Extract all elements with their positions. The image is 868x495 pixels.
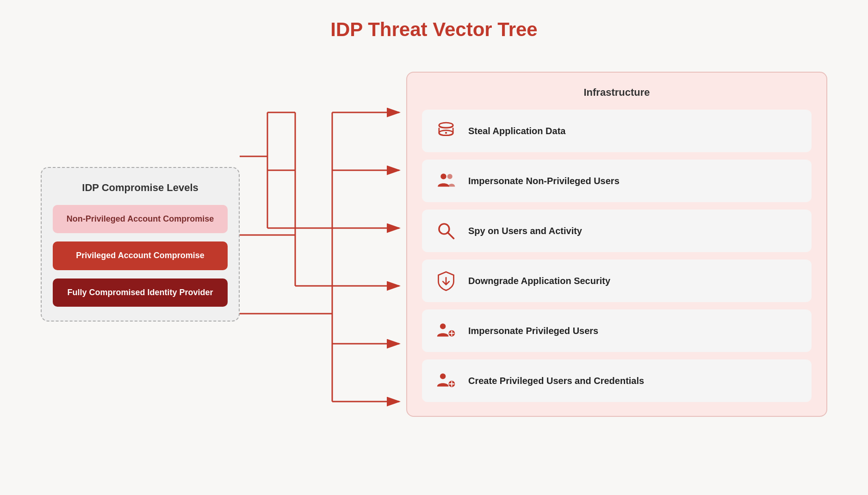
threat-item-spy: Spy on Users and Activity [422, 210, 812, 252]
compromise-item-level1: Non-Privileged Account Compromise [53, 205, 228, 233]
svg-point-22 [447, 174, 453, 179]
threat-label-steal-data: Steal Application Data [468, 125, 565, 137]
svg-point-21 [440, 173, 446, 179]
database-icon [433, 118, 459, 144]
left-panel-title: IDP Compromise Levels [53, 182, 228, 194]
threat-item-downgrade: Downgrade Application Security [422, 260, 812, 302]
connector-lines [240, 64, 406, 425]
page-title: IDP Threat Vector Tree [330, 19, 537, 41]
search-icon [433, 218, 459, 244]
threat-item-steal-data: Steal Application Data [422, 110, 812, 152]
svg-point-26 [440, 323, 446, 329]
threat-label-impersonate-non-priv: Impersonate Non-Privileged Users [468, 175, 620, 187]
threat-items: Steal Application Data Impersonate Non-P… [422, 110, 812, 402]
svg-point-30 [440, 373, 446, 379]
users-icon [433, 168, 459, 194]
right-panel: Infrastructure Steal Application Data [406, 72, 827, 417]
svg-line-24 [447, 232, 453, 238]
shield-down-icon [433, 268, 459, 294]
svg-point-20 [445, 132, 447, 134]
threat-item-create-priv: Create Privileged Users and Credentials [422, 359, 812, 402]
compromise-items: Non-Privileged Account Compromise Privil… [53, 205, 228, 307]
right-panel-title: Infrastructure [422, 87, 812, 99]
threat-label-create-priv: Create Privileged Users and Credentials [468, 375, 644, 387]
threat-item-impersonate-priv: Impersonate Privileged Users [422, 309, 812, 352]
threat-label-spy: Spy on Users and Activity [468, 225, 582, 237]
users-plus-icon [433, 318, 459, 344]
compromise-item-level3: Fully Compromised Identity Provider [53, 278, 228, 307]
threat-item-impersonate-non-priv: Impersonate Non-Privileged Users [422, 160, 812, 202]
left-panel: IDP Compromise Levels Non-Privileged Acc… [41, 167, 240, 322]
users-add-icon [433, 368, 459, 394]
threat-label-downgrade: Downgrade Application Security [468, 275, 610, 287]
threat-label-impersonate-priv: Impersonate Privileged Users [468, 325, 598, 337]
compromise-item-level2: Privileged Account Compromise [53, 241, 228, 270]
diagram-container: IDP Compromise Levels Non-Privileged Acc… [41, 64, 827, 425]
